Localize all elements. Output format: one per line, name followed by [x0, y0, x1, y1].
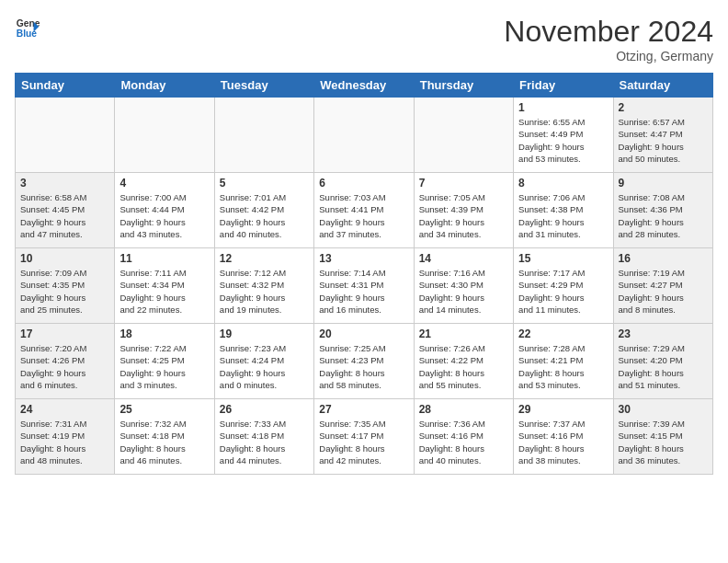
- day-number: 11: [119, 252, 209, 265]
- day-number: 8: [518, 177, 608, 190]
- day-detail: Sunrise: 7:01 AM Sunset: 4:42 PM Dayligh…: [220, 191, 309, 240]
- day-number: 20: [319, 327, 408, 340]
- day-number: 10: [20, 252, 109, 265]
- day-detail: Sunrise: 7:32 AM Sunset: 4:18 PM Dayligh…: [119, 418, 209, 466]
- table-row: 29Sunrise: 7:37 AM Sunset: 4:16 PM Dayli…: [514, 399, 613, 475]
- logo: General Blue: [15, 15, 42, 40]
- col-sunday: Sunday: [16, 74, 115, 98]
- table-row: 4Sunrise: 7:00 AM Sunset: 4:44 PM Daylig…: [115, 173, 214, 248]
- col-friday: Friday: [514, 74, 613, 98]
- table-row: 19Sunrise: 7:23 AM Sunset: 4:24 PM Dayli…: [214, 324, 313, 399]
- calendar-week-1: 3Sunrise: 6:58 AM Sunset: 4:45 PM Daylig…: [16, 173, 713, 248]
- day-detail: Sunrise: 7:08 AM Sunset: 4:36 PM Dayligh…: [619, 191, 708, 240]
- day-number: 26: [220, 403, 309, 416]
- day-number: 27: [319, 403, 408, 416]
- day-number: 9: [619, 177, 708, 190]
- col-thursday: Thursday: [414, 74, 513, 98]
- day-number: 2: [619, 101, 708, 114]
- header-row: Sunday Monday Tuesday Wednesday Thursday…: [16, 74, 713, 98]
- day-number: 15: [518, 252, 608, 265]
- table-row: 16Sunrise: 7:19 AM Sunset: 4:27 PM Dayli…: [613, 248, 712, 324]
- day-number: 3: [20, 177, 109, 190]
- table-row: 12Sunrise: 7:12 AM Sunset: 4:32 PM Dayli…: [214, 248, 313, 324]
- day-detail: Sunrise: 7:36 AM Sunset: 4:16 PM Dayligh…: [419, 418, 508, 466]
- day-detail: Sunrise: 7:00 AM Sunset: 4:44 PM Dayligh…: [119, 191, 209, 240]
- day-detail: Sunrise: 7:31 AM Sunset: 4:19 PM Dayligh…: [20, 418, 109, 466]
- table-row: [414, 98, 513, 173]
- day-detail: Sunrise: 6:58 AM Sunset: 4:45 PM Dayligh…: [20, 191, 109, 240]
- table-row: [16, 98, 115, 173]
- day-detail: Sunrise: 7:06 AM Sunset: 4:38 PM Dayligh…: [518, 191, 608, 240]
- table-row: [115, 98, 214, 173]
- table-row: 28Sunrise: 7:36 AM Sunset: 4:16 PM Dayli…: [414, 399, 513, 475]
- table-row: 9Sunrise: 7:08 AM Sunset: 4:36 PM Daylig…: [613, 173, 712, 248]
- day-number: 28: [419, 403, 508, 416]
- day-detail: Sunrise: 7:14 AM Sunset: 4:31 PM Dayligh…: [319, 267, 408, 316]
- day-detail: Sunrise: 7:16 AM Sunset: 4:30 PM Dayligh…: [419, 267, 508, 316]
- day-detail: Sunrise: 7:19 AM Sunset: 4:27 PM Dayligh…: [619, 267, 708, 316]
- table-row: 3Sunrise: 6:58 AM Sunset: 4:45 PM Daylig…: [16, 173, 115, 248]
- logo-icon: General Blue: [15, 15, 40, 40]
- day-detail: Sunrise: 7:12 AM Sunset: 4:32 PM Dayligh…: [220, 267, 309, 316]
- day-detail: Sunrise: 7:28 AM Sunset: 4:21 PM Dayligh…: [518, 342, 608, 391]
- table-row: 20Sunrise: 7:25 AM Sunset: 4:23 PM Dayli…: [314, 324, 414, 399]
- calendar-week-0: 1Sunrise: 6:55 AM Sunset: 4:49 PM Daylig…: [16, 98, 713, 173]
- day-detail: Sunrise: 7:35 AM Sunset: 4:17 PM Dayligh…: [319, 418, 408, 466]
- day-detail: Sunrise: 7:20 AM Sunset: 4:26 PM Dayligh…: [20, 342, 109, 391]
- day-detail: Sunrise: 7:39 AM Sunset: 4:15 PM Dayligh…: [619, 418, 708, 466]
- table-row: 25Sunrise: 7:32 AM Sunset: 4:18 PM Dayli…: [115, 399, 214, 475]
- day-number: 14: [419, 252, 508, 265]
- day-number: 1: [518, 101, 608, 114]
- day-detail: Sunrise: 7:23 AM Sunset: 4:24 PM Dayligh…: [220, 342, 309, 391]
- day-detail: Sunrise: 7:03 AM Sunset: 4:41 PM Dayligh…: [319, 191, 408, 240]
- day-number: 17: [20, 327, 109, 340]
- day-number: 29: [518, 403, 608, 416]
- day-number: 5: [220, 177, 309, 190]
- day-number: 23: [619, 327, 708, 340]
- day-detail: Sunrise: 7:11 AM Sunset: 4:34 PM Dayligh…: [119, 267, 209, 316]
- table-row: 5Sunrise: 7:01 AM Sunset: 4:42 PM Daylig…: [214, 173, 313, 248]
- month-title: November 2024: [504, 15, 713, 49]
- day-detail: Sunrise: 7:29 AM Sunset: 4:20 PM Dayligh…: [619, 342, 708, 391]
- table-row: [314, 98, 414, 173]
- table-row: 2Sunrise: 6:57 AM Sunset: 4:47 PM Daylig…: [613, 98, 712, 173]
- table-row: [214, 98, 313, 173]
- table-row: 24Sunrise: 7:31 AM Sunset: 4:19 PM Dayli…: [16, 399, 115, 475]
- day-detail: Sunrise: 7:25 AM Sunset: 4:23 PM Dayligh…: [319, 342, 408, 391]
- day-number: 4: [119, 177, 209, 190]
- table-row: 30Sunrise: 7:39 AM Sunset: 4:15 PM Dayli…: [613, 399, 712, 475]
- table-row: 8Sunrise: 7:06 AM Sunset: 4:38 PM Daylig…: [514, 173, 613, 248]
- day-number: 12: [220, 252, 309, 265]
- table-row: 7Sunrise: 7:05 AM Sunset: 4:39 PM Daylig…: [414, 173, 513, 248]
- table-row: 21Sunrise: 7:26 AM Sunset: 4:22 PM Dayli…: [414, 324, 513, 399]
- day-number: 7: [419, 177, 508, 190]
- col-saturday: Saturday: [613, 74, 712, 98]
- day-number: 22: [518, 327, 608, 340]
- table-row: 6Sunrise: 7:03 AM Sunset: 4:41 PM Daylig…: [314, 173, 414, 248]
- table-row: 10Sunrise: 7:09 AM Sunset: 4:35 PM Dayli…: [16, 248, 115, 324]
- day-number: 24: [20, 403, 109, 416]
- table-row: 11Sunrise: 7:11 AM Sunset: 4:34 PM Dayli…: [115, 248, 214, 324]
- day-detail: Sunrise: 7:26 AM Sunset: 4:22 PM Dayligh…: [419, 342, 508, 391]
- table-row: 18Sunrise: 7:22 AM Sunset: 4:25 PM Dayli…: [115, 324, 214, 399]
- col-tuesday: Tuesday: [214, 74, 313, 98]
- day-number: 6: [319, 177, 408, 190]
- table-row: 1Sunrise: 6:55 AM Sunset: 4:49 PM Daylig…: [514, 98, 613, 173]
- day-number: 19: [220, 327, 309, 340]
- day-detail: Sunrise: 7:05 AM Sunset: 4:39 PM Dayligh…: [419, 191, 508, 240]
- calendar-week-3: 17Sunrise: 7:20 AM Sunset: 4:26 PM Dayli…: [16, 324, 713, 399]
- table-row: 23Sunrise: 7:29 AM Sunset: 4:20 PM Dayli…: [613, 324, 712, 399]
- day-detail: Sunrise: 6:55 AM Sunset: 4:49 PM Dayligh…: [518, 116, 608, 165]
- calendar-week-4: 24Sunrise: 7:31 AM Sunset: 4:19 PM Dayli…: [16, 399, 713, 475]
- table-row: 14Sunrise: 7:16 AM Sunset: 4:30 PM Dayli…: [414, 248, 513, 324]
- col-monday: Monday: [115, 74, 214, 98]
- calendar-table: Sunday Monday Tuesday Wednesday Thursday…: [15, 73, 713, 475]
- day-number: 21: [419, 327, 508, 340]
- day-detail: Sunrise: 7:22 AM Sunset: 4:25 PM Dayligh…: [119, 342, 209, 391]
- day-detail: Sunrise: 7:09 AM Sunset: 4:35 PM Dayligh…: [20, 267, 109, 316]
- table-row: 27Sunrise: 7:35 AM Sunset: 4:17 PM Dayli…: [314, 399, 414, 475]
- location-subtitle: Otzing, Germany: [504, 49, 713, 63]
- table-row: 26Sunrise: 7:33 AM Sunset: 4:18 PM Dayli…: [214, 399, 313, 475]
- day-number: 18: [119, 327, 209, 340]
- header: General Blue November 2024 Otzing, Germa…: [15, 15, 713, 63]
